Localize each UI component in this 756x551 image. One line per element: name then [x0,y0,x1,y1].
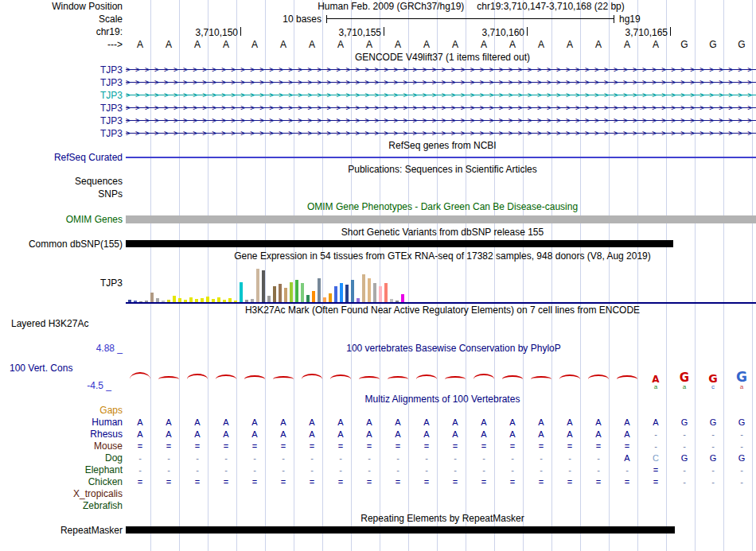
multiz-track-header[interactable]: Multiz Alignments of 100 Vertebrates [126,394,756,405]
repeatmasker-label[interactable]: RepeatMasker [0,525,126,536]
species-label[interactable]: Gaps [0,405,126,417]
alignment-base: A [613,452,641,464]
scale-bar-label: 10 bases [154,13,321,25]
alignment-base: = [584,476,613,488]
alignment-base: A [555,417,584,429]
refseq-curated-row[interactable]: RefSeq Curated [0,152,756,164]
species-alignment[interactable]: ===================--- [126,476,756,488]
alignment-base: G [670,417,699,429]
alignment-base: G [670,452,699,464]
publications-sequences-label[interactable]: Sequences [0,176,126,188]
species-label[interactable]: Chicken [0,476,126,488]
alignment-base: A [412,429,441,440]
gencode-transcript-label[interactable]: TJP3 [0,76,126,89]
gtex-gene-label[interactable]: TJP3 [0,262,126,304]
species-alignment[interactable] [126,500,756,512]
refseq-track-header[interactable]: RefSeq genes from NCBI [126,140,756,152]
gencode-transcript[interactable]: >>>>>>>>>>>>>>>>>>>>>>>>>>>>>>>>>>>>>>>>… [126,114,756,127]
gencode-track-header[interactable]: GENCODE V49lift37 (1 items filtered out) [126,51,756,64]
dbsnp-label[interactable]: Common dbSNP(155) [0,239,126,250]
conservation-mark-cell [555,374,584,379]
alignment-base: = [355,476,384,488]
alignment-base: - [555,452,584,464]
gtex-expression-plot[interactable] [126,262,756,304]
species-label[interactable]: Elephant [0,464,126,476]
gtex-tissue-bar [240,282,243,302]
alignment-base: A [183,417,212,429]
gencode-transcript-row: TJP3>>>>>>>>>>>>>>>>>>>>>>>>>>>>>>>>>>>>… [0,127,756,140]
publications-snps-label[interactable]: SNPs [0,188,126,200]
gtex-tissue-bar [173,296,176,302]
conservation-row[interactable]: 100 Vert. Cons -4.5 _ AaGaGcGa [0,354,756,394]
h3k27ac-track-header[interactable]: H3K27Ac Mark (Often Found Near Active Re… [126,304,756,316]
publications-track-header[interactable]: Publications: Sequences in Scientific Ar… [126,164,756,176]
alignment-base [613,500,641,512]
gencode-transcript-label[interactable]: TJP3 [0,64,126,76]
gencode-transcript[interactable]: >>>>>>>>>>>>>>>>>>>>>>>>>>>>>>>>>>>>>>>>… [126,89,756,102]
alignment-base: A [441,417,470,429]
alignment-base: - [670,440,699,452]
publications-snps-row[interactable]: SNPs [0,188,756,200]
coordinate-row[interactable]: chr19: 3,710,1503,710,1553,710,1603,710,… [0,25,756,38]
repeatmasker-row[interactable]: RepeatMasker [0,525,756,536]
repeatmasker-track-header[interactable]: Repeating Elements by RepeatMasker [126,512,756,525]
alignment-base [240,488,269,500]
species-alignment[interactable]: -----------------ACGGG [126,452,756,464]
species-label[interactable]: Mouse [0,440,126,452]
repeat-element-item[interactable] [126,526,675,534]
species-alignment[interactable]: ==================---- [126,440,756,452]
alignment-base [727,500,756,512]
refseq-gene-item[interactable] [126,157,756,158]
gencode-transcript-label[interactable]: TJP3 [0,89,126,102]
gencode-transcript-label[interactable]: TJP3 [0,102,126,114]
dbsnp-row[interactable]: Common dbSNP(155) [0,239,756,250]
dbsnp-variant-item[interactable] [126,240,673,247]
h3k27ac-label[interactable]: Layered H3K27Ac [0,316,137,331]
species-label[interactable]: Dog [0,452,126,464]
species-label[interactable]: Zebrafish [0,500,126,512]
alignment-base [412,405,441,417]
base-letter: A [441,38,470,51]
species-alignment[interactable]: AAAAAAAAAAAAAAAAAAAGGG [126,417,756,429]
dbsnp-track-header[interactable]: Short Genetic Variants from dbSNP releas… [126,226,756,239]
species-alignment[interactable] [126,488,756,500]
conservation-plot[interactable]: AaGaGcGa [126,354,756,394]
omim-genes-row[interactable]: OMIM Genes [0,213,756,226]
alignment-base: = [298,440,326,452]
conservation-track-header[interactable]: 100 vertebrates Basewise Conservation by… [137,343,756,354]
refseq-curated-label[interactable]: RefSeq Curated [0,152,126,164]
species-label[interactable]: Human [0,417,126,429]
sequence-bases[interactable]: AAAAAAAAAAAAAAAAAAAGGG [126,38,756,51]
conservation-label[interactable]: 100 Vert. Cons [10,363,72,374]
alignment-base [641,500,670,512]
gencode-transcript[interactable]: >>>>>>>>>>>>>>>>>>>>>>>>>>>>>>>>>>>>>>>>… [126,102,756,114]
gtex-row[interactable]: TJP3 [0,262,756,304]
omim-genes-label[interactable]: OMIM Genes [0,213,126,226]
conservation-peak [617,375,637,379]
alignment-base: A [384,429,412,440]
species-alignment[interactable]: ------------------=--- [126,464,756,476]
gencode-transcript[interactable]: >>>>>>>>>>>>>>>>>>>>>>>>>>>>>>>>>>>>>>>>… [126,127,756,140]
species-alignment[interactable] [126,405,756,417]
ruler-ticks[interactable]: 3,710,1503,710,1553,710,1603,710,165 [126,25,756,38]
gencode-transcript[interactable]: >>>>>>>>>>>>>>>>>>>>>>>>>>>>>>>>>>>>>>>>… [126,64,756,76]
gencode-transcript-label[interactable]: TJP3 [0,114,126,127]
alignment-base [527,488,555,500]
scale-label: Scale [0,13,154,25]
sequence-row[interactable]: ---> AAAAAAAAAAAAAAAAAAAGGG [0,38,756,51]
gtex-tissue-bar [312,291,315,302]
gencode-transcript[interactable]: >>>>>>>>>>>>>>>>>>>>>>>>>>>>>>>>>>>>>>>>… [126,76,756,89]
gtex-track-header[interactable]: Gene Expression in 54 tissues from GTEx … [126,250,756,262]
alignment-base [470,488,498,500]
publications-sequences-row[interactable]: Sequences [0,176,756,188]
species-alignment[interactable]: AAAAAAAAAAAAAAAAAA---- [126,429,756,440]
alignment-base: - [183,464,212,476]
omim-gene-item[interactable] [126,215,756,223]
alignment-base [555,500,584,512]
conservation-mark-cell [470,374,498,379]
omim-track-header[interactable]: OMIM Gene Phenotypes - Dark Green Can Be… [126,200,756,213]
h3k27ac-row[interactable]: Layered H3K27Ac [0,316,756,331]
gencode-transcript-label[interactable]: TJP3 [0,127,126,140]
species-label[interactable]: Rhesus [0,429,126,440]
species-label[interactable]: X_tropicalis [0,488,126,500]
